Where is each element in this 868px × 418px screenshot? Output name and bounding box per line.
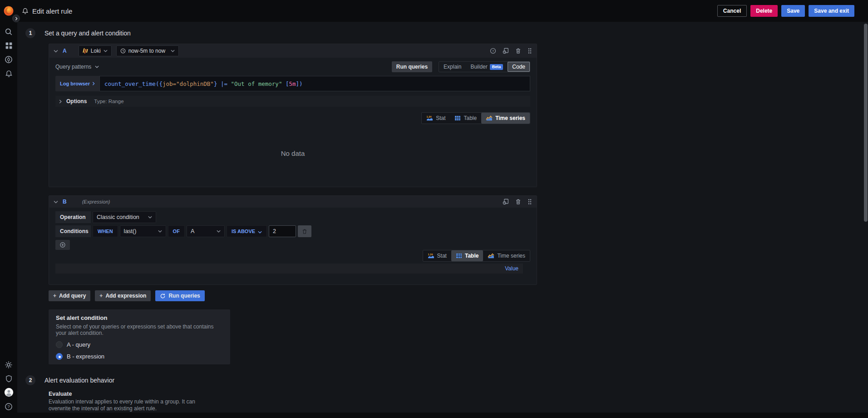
alerting-bell-icon[interactable]: [0, 67, 17, 80]
duplicate-query-icon[interactable]: [503, 48, 509, 54]
cancel-button[interactable]: Cancel: [717, 5, 747, 17]
sidebar-expand-button[interactable]: [12, 15, 20, 22]
step-2-number: 2: [25, 375, 35, 385]
viz-table-tab[interactable]: Table: [451, 250, 483, 261]
run-queries-button-a[interactable]: Run queries: [392, 61, 432, 72]
delete-button[interactable]: Delete: [750, 5, 778, 17]
evaluator-select[interactable]: IS ABOVE: [227, 225, 267, 237]
add-expression-button[interactable]: + Add expression: [95, 290, 151, 301]
conditions-label: Conditions: [55, 225, 91, 237]
threshold-input[interactable]: [269, 225, 296, 237]
remove-condition-button[interactable]: [298, 225, 311, 237]
svg-text:?: ?: [7, 404, 10, 409]
main-content: 1 Set a query and alert condition A Loki…: [17, 22, 868, 413]
condition-option-b[interactable]: B - expression: [56, 353, 223, 360]
query-editor-field: Log browser count_over_time({job="dolphi…: [55, 76, 530, 91]
when-keyword: WHEN: [93, 225, 118, 237]
alert-bell-icon: [22, 8, 29, 15]
viz-stat-tab[interactable]: 1.24 Stat: [423, 250, 451, 261]
remove-query-trash-icon[interactable]: [515, 48, 521, 54]
time-range-picker[interactable]: now-5m to now: [116, 45, 179, 56]
section-1-title: Set a query and alert condition: [44, 30, 131, 37]
remove-expression-trash-icon[interactable]: [515, 199, 521, 205]
query-code-input[interactable]: count_over_time({job="dolphinDB"} |= "Ou…: [99, 76, 530, 91]
save-and-exit-button[interactable]: Save and exit: [809, 5, 854, 17]
drag-handle-icon[interactable]: [528, 48, 532, 54]
log-browser-button[interactable]: Log browser: [55, 76, 99, 91]
viz-toggle-b: 1.24 Stat Table Time series: [423, 250, 530, 262]
dashboards-icon[interactable]: [0, 39, 17, 52]
viz-table-tab[interactable]: Table: [450, 113, 481, 124]
clock-icon: [120, 48, 126, 54]
query-patterns-dropdown[interactable]: Query patterns: [55, 64, 99, 70]
time-series-icon: [488, 253, 494, 259]
user-avatar[interactable]: [0, 385, 17, 399]
search-icon[interactable]: [0, 25, 17, 39]
step-1-number: 1: [25, 28, 35, 38]
plus-icon: +: [99, 293, 103, 299]
expression-type-label: (Expression): [82, 199, 110, 204]
stat-icon: 1.24: [426, 115, 433, 121]
query-a-header: A Loki now-5m to now ?: [49, 44, 537, 58]
add-condition-button[interactable]: [55, 240, 70, 250]
expression-panel-b: B (Expression) Operation Classic conditi…: [49, 195, 537, 285]
expression-ref-label: B: [63, 199, 67, 205]
query-help-icon[interactable]: ?: [490, 48, 496, 54]
value-column-header[interactable]: Value: [505, 265, 518, 272]
options-summary: Type: Range: [94, 99, 123, 104]
help-icon[interactable]: ?: [0, 400, 17, 413]
section-2-title: Alert evaluation behavior: [44, 377, 114, 384]
radio-unchecked[interactable]: [56, 341, 63, 348]
editor-mode-builder[interactable]: Builder Beta: [466, 62, 508, 72]
viz-timeseries-tab[interactable]: Time series: [481, 113, 530, 124]
evaluate-title: Evaluate: [49, 391, 868, 397]
sidebar: ?: [0, 0, 17, 418]
stat-icon: 1.24: [428, 253, 434, 259]
grafana-logo[interactable]: [3, 5, 15, 17]
run-queries-button-main[interactable]: Run queries: [155, 290, 204, 301]
condition-option-a[interactable]: A - query: [56, 341, 223, 348]
query-actions-row: + Add query + Add expression Run queries: [49, 290, 868, 301]
operation-label: Operation: [55, 211, 91, 223]
svg-text:1.24: 1.24: [428, 253, 433, 256]
drag-handle-icon[interactable]: [528, 199, 532, 205]
svg-text:1.24: 1.24: [427, 115, 432, 118]
refresh-icon: [160, 293, 166, 299]
query-panel-a: A Loki now-5m to now ?: [49, 44, 537, 187]
query-patterns-label: Query patterns: [55, 64, 91, 70]
time-range-value: now-5m to now: [128, 48, 165, 54]
query-ref-select[interactable]: A: [187, 225, 225, 237]
section-1-header: 1 Set a query and alert condition: [25, 28, 868, 38]
collapse-chevron-icon[interactable]: [54, 50, 58, 53]
editor-mode-explain[interactable]: Explain: [439, 62, 466, 72]
radio-checked[interactable]: [56, 353, 63, 360]
expression-result-table: Value: [55, 264, 523, 281]
operation-row: Operation Classic condition: [55, 211, 530, 223]
options-label: Options: [66, 98, 87, 104]
evaluate-description: Evaluation interval applies to every rul…: [49, 398, 217, 412]
set-alert-condition-box: Set alert condition Select one of your q…: [49, 309, 230, 364]
table-header-row: Value: [55, 264, 523, 274]
table-icon: [454, 115, 461, 121]
evaluation-block: Evaluate Evaluation interval applies to …: [49, 391, 868, 413]
viz-toggle-a: 1.24 Stat Table Time series: [421, 112, 530, 124]
datasource-name: Loki: [91, 48, 101, 54]
viz-stat-tab[interactable]: 1.24 Stat: [422, 113, 450, 124]
query-options-toggle[interactable]: Options Type: Range: [55, 96, 530, 107]
reducer-function-select[interactable]: last(): [120, 225, 166, 237]
collapse-chevron-icon[interactable]: [54, 200, 58, 204]
duplicate-expression-icon[interactable]: [503, 199, 509, 205]
operation-select[interactable]: Classic condition: [93, 211, 156, 223]
datasource-picker[interactable]: Loki: [79, 45, 112, 56]
vertical-scrollbar[interactable]: [864, 24, 868, 222]
table-icon: [456, 253, 462, 259]
plus-icon: +: [53, 293, 56, 299]
server-admin-shield-icon[interactable]: [0, 372, 17, 385]
add-query-button[interactable]: + Add query: [49, 290, 90, 301]
save-button[interactable]: Save: [781, 5, 805, 17]
query-ref-label: A: [63, 48, 67, 54]
viz-timeseries-tab[interactable]: Time series: [483, 250, 530, 261]
configuration-gear-icon[interactable]: [0, 358, 17, 372]
explore-compass-icon[interactable]: [0, 53, 17, 66]
editor-mode-code[interactable]: Code: [508, 62, 530, 72]
